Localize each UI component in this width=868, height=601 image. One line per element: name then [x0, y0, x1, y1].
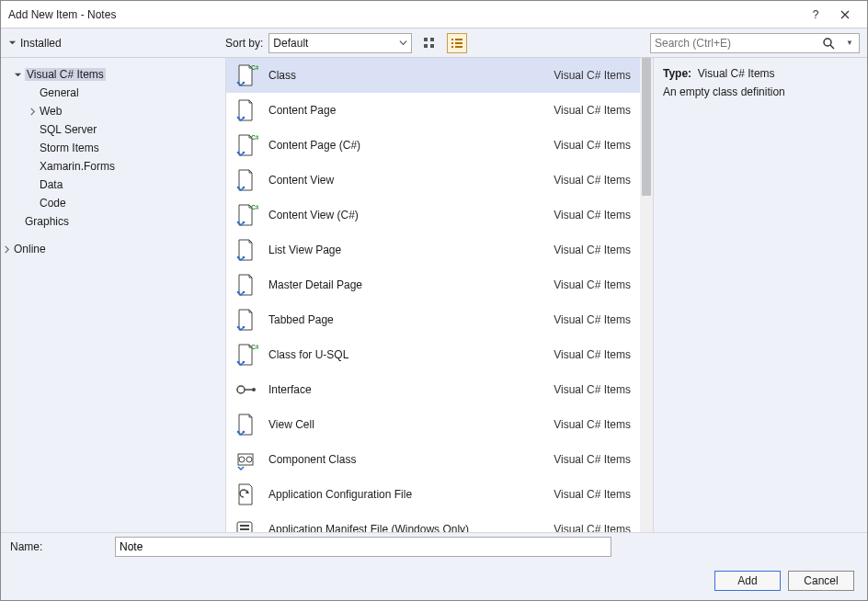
item-name: Content Page (C#) — [268, 139, 554, 152]
item-name: List View Page — [268, 244, 554, 256]
svg-rect-40 — [237, 522, 252, 532]
search-input[interactable] — [651, 37, 822, 50]
svg-point-23 — [243, 221, 246, 224]
svg-point-18 — [243, 152, 246, 154]
page-icon — [232, 166, 259, 194]
window-title: Add New Item - Notes — [8, 8, 801, 21]
item-row[interactable]: Application Configuration FileVisual C# … — [226, 477, 640, 512]
item-row[interactable]: Content PageVisual C# Items — [226, 93, 640, 128]
svg-rect-7 — [455, 42, 463, 44]
item-row[interactable]: C#Content Page (C#)Visual C# Items — [226, 128, 640, 163]
cs-class-icon: C# — [232, 201, 259, 229]
svg-text:C#: C# — [251, 134, 258, 141]
tree-item-online[interactable]: Online — [6, 240, 220, 258]
tree-item[interactable]: Xamarin.Forms — [6, 157, 220, 176]
sortby-select[interactable]: Default — [268, 33, 412, 53]
config-icon — [232, 481, 259, 508]
item-category: Visual C# Items — [554, 104, 631, 117]
item-row[interactable]: Master Detail PageVisual C# Items — [226, 267, 640, 302]
scrollbar[interactable] — [640, 58, 653, 532]
item-row[interactable]: C#Content View (C#)Visual C# Items — [226, 198, 640, 232]
item-list: C#ClassVisual C# ItemsContent PageVisual… — [226, 58, 640, 532]
item-row[interactable]: C#ClassVisual C# Items — [226, 58, 640, 93]
svg-point-28 — [237, 326, 240, 329]
tree-item[interactable]: Data — [6, 176, 220, 194]
svg-point-29 — [243, 326, 246, 329]
grid-icon — [423, 37, 436, 50]
tree-item-visual-csharp[interactable]: Visual C# Items — [6, 65, 220, 84]
tree-item[interactable]: General — [6, 84, 220, 102]
search-box[interactable]: ▼ — [650, 33, 860, 53]
tree-item-label: Data — [40, 178, 63, 191]
tree-item-label: Online — [14, 243, 46, 255]
tree-item[interactable]: Storm Items — [6, 139, 220, 157]
svg-rect-41 — [240, 525, 249, 527]
chevron-down-icon — [14, 71, 25, 79]
svg-point-14 — [237, 117, 240, 119]
item-row[interactable]: Component ClassVisual C# Items — [226, 442, 640, 477]
svg-text:C#: C# — [251, 64, 258, 71]
scroll-thumb[interactable] — [642, 58, 651, 196]
item-name: Class — [268, 69, 554, 82]
svg-rect-2 — [424, 44, 428, 48]
svg-rect-1 — [430, 38, 434, 41]
item-category: Visual C# Items — [554, 174, 631, 187]
view-grid-button[interactable] — [419, 33, 440, 53]
item-row[interactable]: Content ViewVisual C# Items — [226, 163, 640, 198]
svg-rect-3 — [430, 44, 434, 48]
page-icon — [232, 411, 259, 438]
installed-label[interactable]: Installed — [20, 37, 62, 50]
item-category: Visual C# Items — [554, 313, 631, 326]
item-category: Visual C# Items — [554, 383, 631, 396]
chevron-down-icon[interactable]: ▼ — [840, 39, 859, 47]
tree-item-graphics[interactable]: Graphics — [6, 212, 220, 231]
cancel-button[interactable]: Cancel — [788, 571, 854, 591]
tree-item[interactable]: Code — [6, 194, 220, 212]
item-row[interactable]: C#Class for U-SQLVisual C# Items — [226, 337, 640, 372]
item-row[interactable]: InterfaceVisual C# Items — [226, 372, 640, 407]
item-row[interactable]: View CellVisual C# Items — [226, 407, 640, 442]
help-button[interactable]: ? — [801, 1, 830, 28]
svg-point-22 — [237, 221, 240, 224]
tree-item-label: Web — [40, 105, 62, 118]
tree-item-label: Code — [40, 197, 66, 210]
cs-class-icon: C# — [232, 131, 259, 159]
item-row[interactable]: List View PageVisual C# Items — [226, 232, 640, 267]
svg-point-26 — [237, 291, 240, 294]
tree-item[interactable]: Web — [6, 102, 220, 120]
item-name: Content Page — [268, 104, 554, 117]
view-list-button[interactable] — [447, 33, 467, 53]
svg-rect-8 — [451, 46, 453, 48]
tree-item[interactable]: SQL Server — [6, 120, 220, 139]
add-button[interactable]: Add — [714, 571, 781, 591]
tree-item-label: SQL Server — [40, 123, 97, 136]
close-icon — [840, 10, 850, 19]
chevron-right-icon — [29, 108, 40, 116]
tree-item-label: General — [40, 86, 79, 99]
svg-point-31 — [237, 361, 240, 364]
svg-text:C#: C# — [251, 204, 258, 210]
svg-point-33 — [237, 386, 245, 393]
item-row[interactable]: Tabbed PageVisual C# Items — [226, 302, 640, 337]
details-type-value: Visual C# Items — [698, 67, 775, 80]
svg-rect-9 — [455, 46, 463, 48]
search-icon[interactable] — [822, 37, 840, 50]
chevron-right-icon — [3, 245, 14, 254]
item-name: Tabbed Page — [268, 313, 554, 326]
item-name: View Cell — [268, 418, 554, 431]
item-row[interactable]: Application Manifest File (Windows Only)… — [226, 512, 640, 532]
item-name: Content View (C#) — [268, 209, 554, 221]
item-category: Visual C# Items — [554, 418, 631, 431]
name-input[interactable] — [115, 537, 611, 557]
close-button[interactable] — [830, 1, 860, 28]
svg-point-20 — [243, 187, 246, 189]
sortby-label: Sort by: — [225, 37, 263, 50]
tree-item-label: Graphics — [25, 215, 69, 228]
item-category: Visual C# Items — [554, 244, 631, 256]
item-name: Master Detail Page — [268, 278, 554, 291]
sidebar-tree: Visual C# Items GeneralWebSQL ServerStor… — [1, 58, 225, 532]
svg-point-34 — [252, 388, 256, 391]
top-bar: Installed Sort by: Default ▼ — [1, 28, 867, 58]
svg-point-10 — [824, 39, 831, 46]
title-bar: Add New Item - Notes ? — [1, 1, 867, 28]
